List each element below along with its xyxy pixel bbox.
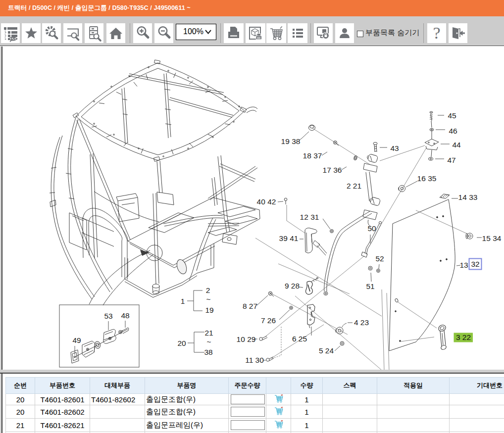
svg-text:19 38: 19 38 bbox=[281, 137, 301, 145]
svg-text:53: 53 bbox=[104, 312, 112, 320]
svg-text:14 33: 14 33 bbox=[458, 193, 478, 201]
svg-text:11 30: 11 30 bbox=[245, 356, 264, 364]
svg-text:6 25: 6 25 bbox=[292, 335, 307, 343]
svg-text:5 24: 5 24 bbox=[319, 346, 334, 355]
svg-text:45: 45 bbox=[448, 111, 456, 120]
svg-text:52: 52 bbox=[375, 254, 384, 263]
svg-text:50: 50 bbox=[367, 224, 376, 233]
svg-text:39 41: 39 41 bbox=[279, 234, 299, 242]
svg-text:49: 49 bbox=[72, 336, 81, 344]
svg-text:8 27: 8 27 bbox=[243, 302, 257, 310]
svg-text:12 31: 12 31 bbox=[300, 213, 319, 221]
svg-text:40 42: 40 42 bbox=[257, 197, 276, 206]
svg-text:1: 1 bbox=[181, 297, 185, 305]
svg-text:18 37: 18 37 bbox=[303, 151, 322, 160]
svg-text:15 34: 15 34 bbox=[482, 234, 502, 242]
svg-text:~: ~ bbox=[206, 337, 211, 346]
svg-text:47: 47 bbox=[447, 156, 455, 164]
svg-text:16 35: 16 35 bbox=[417, 174, 437, 183]
svg-text:20: 20 bbox=[177, 339, 186, 347]
svg-text:21: 21 bbox=[204, 329, 213, 337]
svg-text:10 29: 10 29 bbox=[237, 335, 256, 343]
svg-text:19: 19 bbox=[205, 306, 213, 314]
svg-text:32: 32 bbox=[471, 260, 479, 268]
svg-text:7 26: 7 26 bbox=[261, 316, 276, 325]
svg-text:43: 43 bbox=[390, 144, 399, 152]
svg-text:44: 44 bbox=[452, 141, 461, 149]
svg-text:51: 51 bbox=[366, 282, 374, 290]
svg-text:46: 46 bbox=[449, 127, 457, 135]
svg-text:2: 2 bbox=[206, 286, 210, 294]
svg-text:?: ? bbox=[433, 24, 440, 42]
svg-text:38: 38 bbox=[204, 348, 212, 356]
svg-text:9 28: 9 28 bbox=[285, 282, 300, 290]
svg-text:48: 48 bbox=[121, 311, 129, 320]
svg-text:13: 13 bbox=[459, 261, 468, 269]
svg-text:3 22: 3 22 bbox=[456, 333, 471, 341]
svg-text:17 36: 17 36 bbox=[323, 166, 342, 174]
svg-text:~: ~ bbox=[206, 295, 210, 303]
svg-text:4 23: 4 23 bbox=[354, 318, 369, 327]
svg-text:2 21: 2 21 bbox=[347, 182, 361, 190]
